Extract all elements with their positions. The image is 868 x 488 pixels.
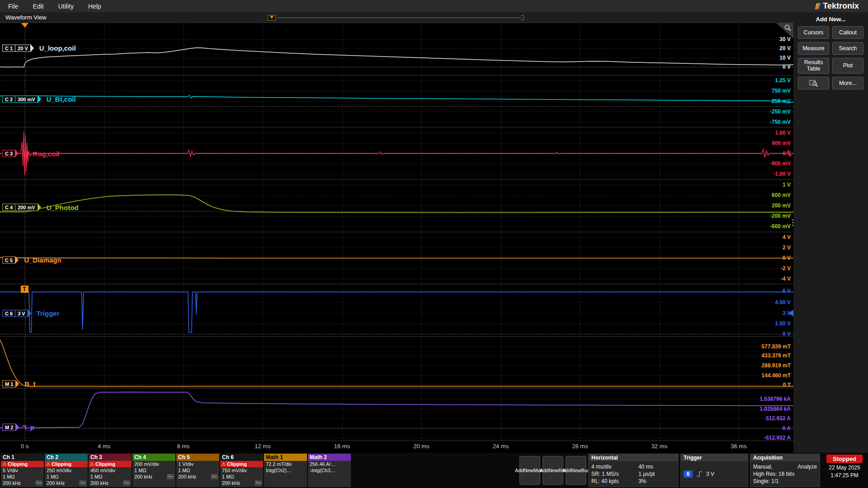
channel-scale: 3 V (15, 310, 28, 317)
channel-scale: 300 mV (15, 95, 38, 103)
badge-math-1[interactable]: Math 172.2 mT/divIntg(Ch2)… (264, 454, 307, 487)
add-new-ref-button[interactable]: AddNewRef (542, 456, 563, 485)
channel-strip-c-1: 30 V20 V10 V0 VC 120 VU_loop,coil (0, 23, 793, 75)
add-new-bus-button[interactable]: AddNewBus (566, 456, 586, 485)
channel-badge-c-1[interactable]: C 120 VU_loop,coil (2, 44, 76, 52)
channel-name-label: I_p (24, 423, 34, 431)
channel-badge-c-6[interactable]: C 63 VTrigger (2, 310, 60, 317)
channel-badge-c-2[interactable]: C 2300 mVU_Bt,coil (2, 95, 76, 103)
badge-ch-5[interactable]: Ch 51 V/div1 MΩ200 kHzBw (176, 454, 219, 487)
channel-badge-m-2[interactable]: M 2I_p (2, 423, 34, 431)
badge-ch-1[interactable]: Ch 1⚠Clipping5 V/div1 MΩ200 kHzBw (1, 454, 44, 487)
channel-name-label: U_Photod (47, 203, 79, 211)
badge-setting: -Intg(Ch3… (308, 467, 351, 474)
bandwidth-icon: Bw (123, 481, 130, 485)
splitter-dot (792, 222, 793, 223)
axis-label: 433.379 mT (761, 352, 791, 359)
results-table-button[interactable]: Results Table (798, 58, 829, 74)
waveform-panel: Waveform View 30 V20 V10 V0 VC 120 VU_lo… (0, 12, 793, 453)
badge-setting: 1 MΩ (132, 467, 175, 474)
measure-button[interactable]: Measure (798, 42, 829, 55)
menu-edit[interactable]: Edit (29, 3, 55, 10)
badge-title: Ch 1 (1, 454, 44, 461)
axis-label: 250 mV (772, 98, 791, 104)
channel-badge-c-4[interactable]: C 4200 mVU_Photod (2, 203, 78, 211)
x-axis-label: 0 s (21, 443, 28, 450)
badge-setting: Intg(Ch2)… (264, 467, 307, 474)
channel-name-label: Trigger (37, 310, 60, 317)
axis-label: 0 V (783, 255, 791, 261)
callout-button[interactable]: Callout (832, 26, 863, 39)
add-new-math-button[interactable]: AddNewMath (519, 456, 540, 485)
record-view-track[interactable] (277, 18, 521, 18)
channel-badge-m-1[interactable]: M 1B_t (2, 380, 36, 388)
acquisition-panel[interactable]: Acquisition Manual, Analyze High Res: 16… (750, 454, 820, 487)
badge-ch-2[interactable]: Ch 2⚠Clipping250 mV/div1 MΩ200 kHzBw (45, 454, 88, 487)
channel-badge-c-3[interactable]: C 3U_Rog,coil (2, 150, 59, 157)
badge-setting-value: 5 V/div (3, 468, 18, 473)
add-new-buttons: AddNewMathAddNewRefAddNewBus (519, 454, 586, 487)
axis-label: 512.932 A (766, 415, 791, 422)
trigger-position-marker[interactable] (21, 23, 28, 28)
channel-badge-c-5[interactable]: C 5U_Diamagn (2, 256, 61, 264)
badge-setting-value: 1 MΩ (222, 474, 234, 479)
clipping-warning: ⚠Clipping (220, 461, 263, 467)
cursors-button[interactable]: Cursors (798, 26, 829, 39)
acquisition-mode: Manual, (753, 464, 773, 470)
badge-setting: 72.2 mT/div (264, 461, 307, 467)
sample-rate: SR: 1 MS/s (591, 471, 638, 477)
clipping-warning: ⚠Clipping (45, 461, 88, 467)
trigger-marker-icon (270, 16, 274, 19)
axis-label: 0 T (783, 382, 791, 388)
axis-label: 1.538796 kA (760, 396, 791, 402)
axis-label: 6 V (783, 288, 791, 294)
zoom-button[interactable] (798, 77, 829, 89)
trigger-source-marker[interactable]: T (21, 286, 28, 293)
menu-file[interactable]: File (5, 3, 29, 10)
more-button[interactable]: More... (832, 77, 863, 89)
badge-ch-4[interactable]: Ch 4200 mV/div1 MΩ200 kHzBw (132, 454, 175, 487)
sample-interval: 1 µs/pt (638, 471, 655, 477)
axis-label: -750 mV (770, 119, 791, 125)
menu-help[interactable]: Help (85, 3, 112, 10)
channel-strip-c-2: 1.25 V750 mV250 mV-250 mV-750 mVC 2300 m… (0, 75, 793, 128)
waveform-trace-u-photod (0, 180, 793, 232)
x-axis-label: 28 ms (572, 443, 588, 450)
channel-id: C 6 (2, 310, 15, 317)
add-new-label: Add New... (798, 16, 863, 23)
clipping-label: Clipping (52, 461, 71, 467)
channel-badges: Ch 1⚠Clipping5 V/div1 MΩ200 kHzBwCh 2⚠Cl… (1, 454, 351, 487)
menu-utility[interactable]: Utility (55, 3, 85, 10)
record-length: RL: 40 kpts (591, 478, 638, 484)
clipping-warning: ⚠Clipping (89, 461, 132, 467)
badge-setting-value: 250 mV/div (47, 468, 71, 473)
badge-arrow-icon (15, 256, 19, 263)
waveform-trace-u-loop-coil (0, 23, 793, 75)
tektronix-logo: Tektronix (815, 1, 863, 11)
waveform-display[interactable]: 30 V20 V10 V0 VC 120 VU_loop,coil1.25 V7… (0, 23, 793, 441)
axis-label: 144.460 mT (761, 372, 791, 379)
trigger-panel[interactable]: Trigger 6 3 V (680, 454, 748, 487)
menu-items: FileEditUtilityHelp (5, 3, 112, 10)
axis-label: 1 V (783, 182, 791, 188)
badge-ch-6[interactable]: Ch 6⚠Clipping750 mV/div1 MΩ200 kHzBw (220, 454, 263, 487)
axis-label: -512.932 A (764, 435, 791, 441)
waveform-trace-u-diamagn (0, 232, 793, 284)
badge-setting-value: 256.46 A/… (310, 461, 336, 467)
waveform-view-titlebar[interactable]: Waveform View (0, 12, 793, 23)
badge-ch-3[interactable]: Ch 3⚠Clipping450 mV/div1 MΩ200 kHzBw (89, 454, 132, 487)
record-view-minimap[interactable] (268, 14, 524, 21)
channel-id: C 3 (2, 150, 15, 157)
horizontal-panel[interactable]: Horizontal 4 ms/div 40 ms SR: 1 MS/s 1 µ… (588, 454, 679, 487)
horizontal-row: SR: 1 MS/s 1 µs/pt (591, 471, 675, 477)
badge-math-2[interactable]: Math 2256.46 A/…-Intg(Ch3… (308, 454, 351, 487)
badge-setting-value: 1 MΩ (178, 468, 190, 473)
x-axis-label: 12 ms (255, 443, 270, 450)
trigger-position-icon[interactable] (268, 15, 276, 21)
search-button[interactable]: Search (832, 42, 863, 55)
panel-splitter-handle[interactable] (792, 218, 793, 227)
plot-button[interactable]: Plot (832, 58, 863, 74)
tektronix-mark-icon (815, 3, 821, 9)
x-axis-label: 36 ms (731, 443, 746, 450)
trigger-level-arrow[interactable] (788, 310, 793, 316)
